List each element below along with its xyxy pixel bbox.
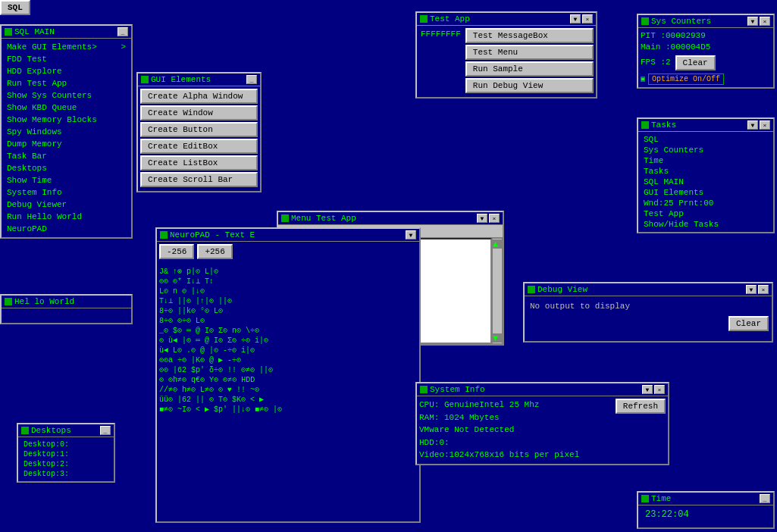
system-info-titlebar: System Info ▼ × [417,383,668,396]
menu-item-show-sys[interactable]: Show Sys Counters [4,89,129,102]
menu-item-hdd[interactable]: HDD Explore [4,65,129,77]
desktop-2[interactable]: Desktop:2: [20,459,111,469]
task-sqlmain[interactable]: SQL MAIN [641,177,771,187]
menu-test-scrollbar[interactable]: ▲ ▼ [492,238,503,344]
menu-test-titlebar: Menu Test App ▼ × [278,212,503,225]
hello-world-titlebar: Hel lo World [2,296,131,308]
neuropad-titlebar: NeuroPAD - Text E ▼ [157,229,419,242]
optimize-btn[interactable]: Optimize On/Off [648,74,724,85]
sys-clear-btn[interactable]: Clear [675,55,716,70]
neuropad-plus-btn[interactable]: +256 [197,244,232,259]
desktop-0[interactable]: Desktop:0: [20,440,111,449]
menu-test-minimize[interactable]: ▼ [477,214,487,223]
refresh-btn[interactable]: Refresh [616,399,666,414]
menu-test-close[interactable]: × [489,214,500,223]
sys-counters-close[interactable]: × [760,17,770,26]
menu-item-run-test[interactable]: Run Test App [4,77,129,89]
menu-item-show-time[interactable]: Show Time [4,174,129,186]
test-menu-btn[interactable]: Test Menu [465,45,594,60]
sys-counters-icon [641,17,649,25]
task-testapp[interactable]: Test App [641,208,771,219]
gui-minimize[interactable]: _ [246,75,257,84]
desktop-3[interactable]: Desktop:3: [20,469,111,479]
sysinfo-minimize[interactable]: ▼ [642,385,653,394]
sql-main-icon [5,28,12,36]
debug-clear-btn[interactable]: Clear [728,316,769,331]
tasks-close[interactable]: × [760,120,770,130]
test-messagebox-btn[interactable]: Test MessageBox [465,28,594,43]
test-app-buttons: Test MessageBox Test Menu Run Sample Run… [465,28,594,95]
sys-counters-minimize[interactable]: ▼ [747,17,758,26]
menu-item-make-gui[interactable]: Make GUI Elements> [4,41,129,53]
neuropad-line-9: ù◄ L⊙ .⊙ @ |⊙ -÷⊙ i|⊙ [159,346,417,355]
test-app-minimize[interactable]: ▼ [570,14,581,23]
scroll-down[interactable]: ▼ [493,333,502,343]
system-info-window: System Info ▼ × CPU: GenuineIntel 25 Mhz… [415,382,669,465]
task-sql[interactable]: SQL [641,134,771,145]
menu-item-show-mem[interactable]: Show Memory Blocks [4,114,129,126]
task-syscounters[interactable]: Sys Counters [641,145,771,155]
tasks-minimize[interactable]: ▼ [747,120,758,130]
test-app-close[interactable]: × [582,14,593,23]
menu-item-show-kbd[interactable]: Show KBD Queue [4,102,129,114]
task-time[interactable]: Time [641,155,771,166]
task-gui[interactable]: GUI Elements [641,187,771,198]
menu-item-spy[interactable]: Spy Windows [4,126,129,138]
sysinfo-close[interactable]: × [654,385,665,394]
menu-item-debug[interactable]: Debug Viewer [4,199,129,211]
gui-icon [141,76,149,83]
time-minimize[interactable]: _ [760,494,770,503]
menu-item-dump[interactable]: Dump Memory [4,138,129,150]
system-info-title: System Info [430,385,485,394]
create-editbox-btn[interactable]: Create EditBox [140,139,258,154]
debug-close[interactable]: × [758,285,769,294]
sysinfo-ram: RAM: 1024 Mbytes [419,412,579,424]
neuropad-minus-btn[interactable]: -256 [159,244,194,259]
menu-item-hello[interactable]: Run Hello World [4,211,129,223]
sql-tab-label: SQL [8,3,23,12]
neuropad-line-12: ⊙ ⊙h≠⊙ q€⊙ Y⊙ ⊙≠⊙ HDD [159,375,417,385]
create-listbox-btn[interactable]: Create ListBox [140,155,258,171]
test-app-window: Test App ▼ × FFFFFFFF Test MessageBox Te… [415,11,597,99]
create-scrollbar-btn[interactable]: Create Scroll Bar [140,172,258,187]
menu-item-system-info[interactable]: System Info [4,186,129,199]
task-showhide[interactable]: Show/Hide Tasks [641,219,771,230]
menu-item-fdd[interactable]: FDD Test [4,53,129,65]
run-debug-btn[interactable]: Run Debug View [465,78,594,93]
desktop-1[interactable]: Desktop:1: [20,449,111,459]
debug-minimize[interactable]: ▼ [746,285,757,294]
create-window-btn[interactable]: Create Window [140,105,258,120]
neuropad-line-6: 8÷⊙ ⊙÷⊙ L⊙ [159,316,417,326]
sysinfo-cpu: CPU: GenuineIntel 25 Mhz [419,399,579,412]
neuropad-minimize[interactable]: ▼ [406,230,416,239]
menu-item-taskbar[interactable]: Task Bar [4,150,129,162]
gui-elements-title: GUI Elements [151,75,211,84]
menu-item-neuropad[interactable]: NeuroPAD [4,223,129,235]
hello-world-window: Hel lo World [0,294,133,324]
neuropad-line-3: L⊙ n ⊙ |↓⊙ [159,286,417,296]
run-sample-btn[interactable]: Run Sample [465,61,594,77]
desktops-minimize[interactable]: _ [100,426,111,435]
test-app-titlebar: Test App ▼ × [417,13,596,26]
neuropad-line-1: J& ↑⊗ p|⊙ L|⊙ [159,267,417,277]
sys-counters-title: Sys Counters [651,17,711,26]
time-content: 23:22:04 [638,505,773,524]
desktops-window: Desktops _ Desktop:0: Desktop:1: Desktop… [17,423,115,483]
task-tasks[interactable]: Tasks [641,166,771,177]
create-button-btn[interactable]: Create Button [140,122,258,137]
scroll-track[interactable] [493,249,502,333]
scroll-up[interactable]: ▲ [493,239,502,249]
neuropad-line-10: ⊙⊙a ÷⊙ |K⊙ @ ▶ -÷⊙ [159,355,417,365]
sql-main-window: SQL MAIN _ Make GUI Elements> FDD Test H… [0,24,133,239]
neuropad-line-5: 8÷⊙ ||k⊙ °⊙ L⊙ [159,306,417,316]
main-counter: Main :000004D5 [641,42,771,53]
neuropad-line-14: üü⊙ |62 || ⊙ T⊙ $K⊙ < ▶ [159,395,417,405]
sql-tab[interactable]: SQL [0,0,30,15]
desktops-titlebar: Desktops _ [18,424,114,437]
menu-item-desktops[interactable]: Desktops [4,162,129,174]
create-alpha-btn[interactable]: Create Alpha Window [140,89,258,104]
task-wnd[interactable]: Wnd:25 Prnt:00 [641,198,771,208]
sql-main-minimize[interactable]: _ [117,27,128,36]
sysinfo-hdd: HDD:0: [419,437,579,449]
sql-main-menu: Make GUI Elements> FDD Test HDD Explore … [4,41,129,235]
